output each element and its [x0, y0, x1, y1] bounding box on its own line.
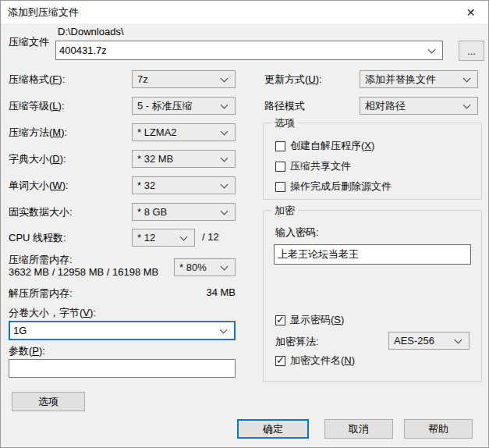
- word-size-label: 单词大小(W):: [9, 179, 69, 193]
- path-mode-label: 路径模式: [264, 99, 305, 113]
- chevron-down-icon: [221, 101, 229, 108]
- chevron-down-icon: [455, 336, 462, 343]
- ok-button[interactable]: 确定: [237, 419, 309, 439]
- checkbox-encrypt-filenames[interactable]: 加密文件名(N): [275, 354, 355, 368]
- checkbox-icon: [275, 315, 285, 325]
- dictionary-label: 字典大小(D):: [9, 152, 66, 166]
- cpu-threads-select[interactable]: * 12: [132, 229, 195, 247]
- path-mode-select[interactable]: 相对路径: [360, 97, 478, 115]
- checkbox-compress-shared[interactable]: 压缩共享文件: [275, 159, 351, 173]
- memory-decompress-value: 34 MB: [188, 286, 236, 298]
- encryption-method-select[interactable]: AES-256: [388, 332, 470, 350]
- dictionary-select[interactable]: * 32 MB: [132, 150, 236, 168]
- titlebar[interactable]: 添加到压缩文件 ✕: [1, 1, 488, 23]
- chevron-down-icon: [221, 74, 229, 82]
- volume-size-label: 分卷大小，字节(V):: [9, 306, 96, 320]
- format-label: 压缩格式(F):: [9, 73, 65, 87]
- dialog-title: 添加到压缩文件: [8, 1, 79, 23]
- update-mode-label: 更新方式(U):: [264, 73, 322, 87]
- checkbox-icon: [275, 141, 285, 151]
- level-label: 压缩等级(L):: [9, 99, 65, 113]
- encryption-group-title: 加密: [271, 204, 298, 218]
- chevron-down-icon: [463, 101, 471, 108]
- chevron-down-icon: [180, 233, 188, 240]
- checkbox-icon: [275, 182, 285, 192]
- archive-name-input[interactable]: [56, 44, 426, 56]
- checkbox-show-password[interactable]: 显示密码(S): [275, 313, 344, 327]
- close-icon[interactable]: ✕: [453, 1, 488, 23]
- level-select[interactable]: 5 - 标准压缩: [132, 97, 236, 115]
- chevron-down-icon: [221, 262, 229, 270]
- encryption-method-label: 加密算法:: [275, 335, 319, 349]
- parameters-input[interactable]: [9, 359, 236, 378]
- checkbox-delete-after[interactable]: 操作完成后删除源文件: [275, 180, 392, 194]
- volume-size-combobox[interactable]: [9, 321, 236, 340]
- update-mode-select[interactable]: 添加并替换文件: [360, 70, 478, 88]
- options-button[interactable]: 选项: [12, 392, 85, 411]
- cancel-button[interactable]: 取消: [324, 419, 393, 439]
- archive-name-combobox[interactable]: [55, 41, 443, 60]
- chevron-down-icon: [221, 207, 229, 215]
- chevron-down-icon: [221, 154, 229, 162]
- checkbox-icon: [275, 162, 285, 172]
- chevron-down-icon: [428, 45, 436, 53]
- archive-label: 压缩文件: [9, 35, 49, 49]
- word-size-select[interactable]: * 32: [132, 176, 236, 194]
- cpu-threads-label: CPU 线程数:: [9, 231, 66, 245]
- help-button[interactable]: 帮助: [404, 419, 473, 439]
- format-select[interactable]: 7z: [132, 70, 236, 88]
- solid-block-label: 固实数据大小:: [9, 205, 73, 219]
- volume-size-input[interactable]: [10, 325, 218, 336]
- password-input[interactable]: [274, 244, 471, 265]
- memory-compress-label: 压缩所需内存:: [9, 253, 73, 267]
- memory-percent-select[interactable]: * 80%: [174, 258, 236, 276]
- parameters-label: 参数(P):: [9, 344, 45, 358]
- cpu-threads-total: / 12: [202, 231, 219, 243]
- add-to-archive-dialog: 添加到压缩文件 ✕ 压缩文件 D:\Downloads\ ... 压缩格式(F)…: [0, 0, 489, 448]
- options-group-title: 选项: [271, 116, 298, 130]
- password-label: 输入密码:: [275, 226, 319, 240]
- checkbox-icon: [275, 356, 285, 366]
- memory-compress-values: 3632 MB / 12958 MB / 16198 MB: [9, 266, 158, 278]
- chevron-down-icon: [463, 74, 471, 82]
- method-label: 压缩方法(M):: [9, 126, 67, 140]
- method-select[interactable]: * LZMA2: [132, 123, 236, 141]
- browse-button[interactable]: ...: [459, 41, 484, 61]
- archive-dir: D:\Downloads\: [58, 26, 124, 37]
- chevron-down-icon: [221, 180, 229, 188]
- solid-block-select[interactable]: * 8 GB: [132, 203, 236, 221]
- checkbox-create-sfx[interactable]: 创建自解压程序(X): [275, 139, 374, 153]
- memory-decompress-label: 解压所需内存:: [9, 286, 73, 300]
- chevron-down-icon: [221, 127, 229, 135]
- chevron-down-icon: [220, 325, 228, 333]
